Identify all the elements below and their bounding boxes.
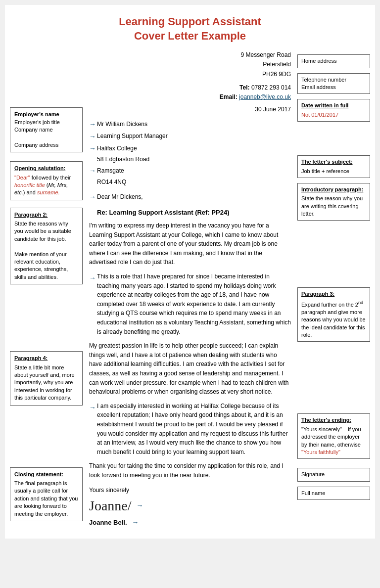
page-title: Learning Support Assistant Cover Letter …: [10, 15, 370, 43]
date-annotation: Date written in full Not 01/01/2017: [297, 99, 370, 122]
home-address-annotation: Home address: [297, 54, 370, 68]
contact-block: Tel: 07872 293 014 Email: joanneb@live.c…: [89, 83, 291, 102]
signature: Joanne/: [89, 498, 132, 514]
right-sidebar: Home address Telephone number Email addr…: [293, 50, 370, 529]
closing-annotation: Closing statement: The final paragraph i…: [10, 467, 83, 521]
salutation-line: → Dear Mr Dickens,: [89, 193, 291, 201]
arrow-company-name: →: [89, 143, 96, 154]
salutation-annotation: Opening salutation: "Dear" followed by t…: [10, 161, 83, 200]
employer-annotation-title: Employer's name: [14, 111, 59, 117]
arrow-para2: →: [89, 273, 96, 284]
paragraph-5: Thank you for taking the time to conside…: [89, 461, 291, 480]
valediction: Yours sincerely: [89, 485, 291, 496]
date-block: 30 June 2017: [89, 106, 291, 113]
page: Learning Support Assistant Cover Letter …: [5, 5, 375, 539]
arrow-salutation: →: [89, 193, 96, 201]
arrow-company-address: →: [89, 165, 96, 176]
center-content: 9 Messenger Road Petersfield PH26 9DG Te…: [87, 50, 293, 529]
arrow-fullname: →: [132, 516, 139, 529]
paragraph-4: → I am especially interested in working …: [89, 402, 291, 457]
signature-annotation: Signature: [297, 468, 370, 481]
home-address-block: 9 Messenger Road Petersfield PH26 9DG: [89, 50, 291, 79]
contact-annotation: Telephone number Email address: [297, 73, 370, 94]
left-sidebar: Employer's name Employer's job title Com…: [10, 50, 87, 529]
para4-annotation: Paragraph 4: State a little bit more abo…: [10, 351, 83, 405]
closing-block: Yours sincerely Joanne/ → Joanne Bell. →: [89, 485, 291, 529]
subject-line: Re: Learning Support Assistant (Ref: PP2…: [89, 209, 291, 216]
arrow-employer-name: →: [89, 119, 96, 130]
para3-annotation: Paragraph 3: Expand further on the 2nd p…: [297, 287, 370, 342]
paragraph-2: → This is a role that I have prepared fo…: [89, 272, 291, 336]
arrow-signature: →: [137, 499, 143, 512]
subject-annotation: The letter's subject: Job title + refere…: [297, 155, 370, 178]
employer-block: → Mr William Dickens → Learning Support …: [89, 119, 291, 187]
fullname-annotation: Full name: [297, 487, 370, 500]
ending-annotation: The letter's ending: "Yours sincerely" –…: [297, 413, 370, 459]
arrow-para4: →: [89, 403, 96, 413]
full-name: Joanne Bell.: [89, 517, 127, 528]
para2-annotation: Paragraph 2: State the reasons why you w…: [10, 208, 83, 285]
arrow-employer-title: →: [89, 131, 96, 142]
paragraph-1: I'm writing to express my deep interest …: [89, 221, 291, 267]
employer-annotation: Employer's name Employer's job title Com…: [10, 107, 83, 152]
intro-annotation: Introductory paragraph: State the reason…: [297, 183, 370, 221]
paragraph-3: My greatest passion in life is to help o…: [89, 341, 291, 397]
